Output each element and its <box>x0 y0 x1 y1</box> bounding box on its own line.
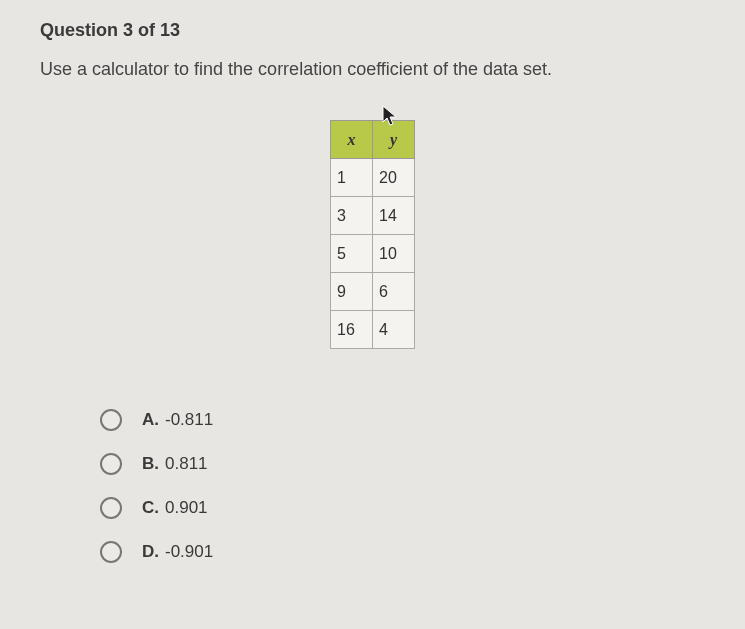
option-text: 0.811 <box>165 454 208 474</box>
option-c[interactable]: C. 0.901 <box>100 497 705 519</box>
cell-y: 4 <box>373 311 415 349</box>
col-header-y: y <box>373 121 415 159</box>
option-letter: C. <box>142 498 159 518</box>
option-letter: A. <box>142 410 159 430</box>
question-header: Question 3 of 13 <box>40 20 705 41</box>
cell-x: 1 <box>331 159 373 197</box>
option-a[interactable]: A. -0.811 <box>100 409 705 431</box>
radio-icon[interactable] <box>100 453 122 475</box>
table-row: 1 20 <box>331 159 415 197</box>
cell-x: 16 <box>331 311 373 349</box>
cell-y: 10 <box>373 235 415 273</box>
option-text: 0.901 <box>165 498 208 518</box>
option-letter: D. <box>142 542 159 562</box>
option-text: -0.811 <box>165 410 213 430</box>
table-row: 5 10 <box>331 235 415 273</box>
cell-y: 14 <box>373 197 415 235</box>
col-header-x: x <box>331 121 373 159</box>
cell-y: 20 <box>373 159 415 197</box>
option-b[interactable]: B. 0.811 <box>100 453 705 475</box>
table-row: 9 6 <box>331 273 415 311</box>
cell-x: 5 <box>331 235 373 273</box>
table-row: 3 14 <box>331 197 415 235</box>
radio-icon[interactable] <box>100 497 122 519</box>
radio-icon[interactable] <box>100 409 122 431</box>
question-prompt: Use a calculator to find the correlation… <box>40 59 705 80</box>
cell-x: 3 <box>331 197 373 235</box>
data-table: x y 1 20 3 14 5 10 9 6 16 4 <box>330 120 415 349</box>
radio-icon[interactable] <box>100 541 122 563</box>
cell-y: 6 <box>373 273 415 311</box>
cell-x: 9 <box>331 273 373 311</box>
option-d[interactable]: D. -0.901 <box>100 541 705 563</box>
answer-options: A. -0.811 B. 0.811 C. 0.901 D. -0.901 <box>100 409 705 563</box>
option-text: -0.901 <box>165 542 213 562</box>
data-table-wrap: x y 1 20 3 14 5 10 9 6 16 4 <box>40 120 705 349</box>
option-letter: B. <box>142 454 159 474</box>
table-row: 16 4 <box>331 311 415 349</box>
